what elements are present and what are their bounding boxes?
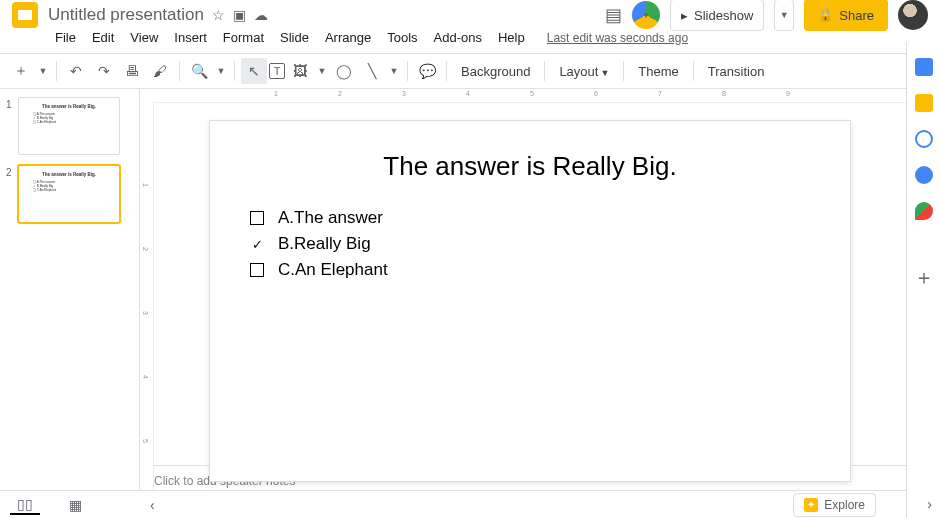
keep-icon[interactable]	[915, 94, 933, 112]
print-button[interactable]: 🖶	[119, 58, 145, 84]
menu-help[interactable]: Help	[491, 26, 532, 49]
side-panel: ＋	[906, 42, 940, 518]
explore-star-icon: ✦	[804, 498, 818, 512]
menu-file[interactable]: File	[48, 26, 83, 49]
comments-icon[interactable]: ▤	[605, 4, 622, 26]
option-label: C.An Elephant	[278, 260, 388, 280]
image-dropdown[interactable]: ▼	[315, 58, 329, 84]
redo-button[interactable]: ↷	[91, 58, 117, 84]
checkbox-empty-icon	[250, 263, 264, 277]
thumb-title: The answer is Really Big.	[27, 172, 111, 177]
checkmark-icon: ✓	[250, 237, 264, 251]
slides-logo-icon[interactable]	[12, 2, 38, 28]
menu-slide[interactable]: Slide	[273, 26, 316, 49]
zoom-button[interactable]: 🔍	[186, 58, 212, 84]
add-addon-icon[interactable]: ＋	[915, 268, 933, 286]
calendar-icon[interactable]	[915, 58, 933, 76]
canvas-area: 1 2 3 4 5 6 7 8 9 1 2 3 4 5 The answer i…	[140, 89, 940, 493]
menu-format[interactable]: Format	[216, 26, 271, 49]
slide-thumbnail-2[interactable]: The answer is Really Big. ❏ A.The answer…	[18, 165, 120, 223]
paint-format-button[interactable]: 🖌	[147, 58, 173, 84]
theme-button[interactable]: Theme	[630, 64, 686, 79]
lock-icon: 🔒	[818, 8, 833, 22]
share-label: Share	[839, 8, 874, 23]
image-tool[interactable]: 🖼	[287, 58, 313, 84]
slideshow-dropdown-button[interactable]: ▼	[774, 0, 794, 31]
thumb-list: ❏ A.The answer ✓ B.Really Big ❏ C.An Ele…	[27, 112, 111, 125]
slide-title[interactable]: The answer is Really Big.	[240, 151, 820, 182]
comment-button[interactable]: 💬	[414, 58, 440, 84]
meet-button[interactable]: ▼	[632, 1, 660, 29]
background-button[interactable]: Background	[453, 64, 538, 79]
explore-button[interactable]: ✦ Explore	[793, 493, 876, 517]
menu-view[interactable]: View	[123, 26, 165, 49]
thumbnail-row[interactable]: 2 The answer is Really Big. ❏ A.The answ…	[6, 165, 133, 223]
menu-arrange[interactable]: Arrange	[318, 26, 378, 49]
toolbar: ＋ ▼ ↶ ↷ 🖶 🖌 🔍 ▼ ↖ T 🖼 ▼ ◯ ╲ ▼ 💬 Backgrou…	[0, 53, 940, 89]
slide-thumbnail-1[interactable]: The answer is Really Big. ❏ A.The answer…	[18, 97, 120, 155]
last-edit-link[interactable]: Last edit was seconds ago	[540, 27, 695, 49]
menu-edit[interactable]: Edit	[85, 26, 121, 49]
title-bar: Untitled presentation ☆ ▣ ☁ ▤ ▼ ▸ Slides…	[0, 0, 940, 24]
separator	[446, 61, 447, 81]
list-item[interactable]: A.The answer	[250, 208, 820, 228]
move-icon[interactable]: ▣	[233, 7, 246, 23]
thumb-list: ❏ A.The answer ✓ B.Really Big ❏ C.An Ele…	[27, 180, 111, 193]
separator	[693, 61, 694, 81]
select-tool[interactable]: ↖	[241, 58, 267, 84]
undo-button[interactable]: ↶	[63, 58, 89, 84]
menu-tools[interactable]: Tools	[380, 26, 424, 49]
shape-tool[interactable]: ◯	[331, 58, 357, 84]
list-item[interactable]: C.An Elephant	[250, 260, 820, 280]
explore-label: Explore	[824, 498, 865, 512]
cloud-icon[interactable]: ☁	[254, 7, 268, 23]
separator	[623, 61, 624, 81]
document-title[interactable]: Untitled presentation	[48, 5, 204, 25]
textbox-tool[interactable]: T	[269, 63, 285, 79]
ruler-horizontal: 1 2 3 4 5 6 7 8 9	[154, 89, 940, 103]
separator	[179, 61, 180, 81]
avatar[interactable]	[898, 0, 928, 30]
line-dropdown[interactable]: ▼	[387, 58, 401, 84]
ruler-vertical: 1 2 3 4 5	[140, 103, 154, 493]
slide-options-list[interactable]: A.The answer ✓ B.Really Big C.An Elephan…	[240, 208, 820, 280]
layout-label: Layout	[559, 64, 598, 79]
bottom-bar: ▯▯ ▦ ‹ ✦ Explore	[0, 490, 906, 518]
layout-button[interactable]: Layout▼	[551, 64, 617, 79]
separator	[407, 61, 408, 81]
thumb-number: 2	[6, 165, 14, 223]
contacts-icon[interactable]	[915, 166, 933, 184]
checkbox-empty-icon	[250, 211, 264, 225]
maps-icon[interactable]	[915, 202, 933, 220]
separator	[544, 61, 545, 81]
play-icon: ▸	[681, 8, 688, 23]
tasks-icon[interactable]	[915, 130, 933, 148]
new-slide-button[interactable]: ＋	[8, 58, 34, 84]
collapse-filmstrip-button[interactable]: ‹	[150, 497, 155, 513]
line-tool[interactable]: ╲	[359, 58, 385, 84]
transition-button[interactable]: Transition	[700, 64, 773, 79]
option-label: B.Really Big	[278, 234, 371, 254]
zoom-dropdown[interactable]: ▼	[214, 58, 228, 84]
list-item[interactable]: ✓ B.Really Big	[250, 234, 820, 254]
star-icon[interactable]: ☆	[212, 7, 225, 23]
thumbnail-row[interactable]: 1 The answer is Really Big. ❏ A.The answ…	[6, 97, 133, 155]
grid-view-button[interactable]: ▦	[60, 495, 90, 515]
collapse-sidepanel-button[interactable]: ›	[927, 496, 932, 512]
slideshow-label: Slideshow	[694, 8, 753, 23]
thumb-number: 1	[6, 97, 14, 155]
slide-filmstrip[interactable]: 1 The answer is Really Big. ❏ A.The answ…	[0, 89, 140, 493]
share-button[interactable]: 🔒 Share	[804, 0, 888, 31]
filmstrip-view-button[interactable]: ▯▯	[10, 495, 40, 515]
new-slide-dropdown[interactable]: ▼	[36, 58, 50, 84]
separator	[56, 61, 57, 81]
workspace: 1 The answer is Really Big. ❏ A.The answ…	[0, 89, 940, 493]
thumb-title: The answer is Really Big.	[27, 104, 111, 109]
option-label: A.The answer	[278, 208, 383, 228]
canvas-inner[interactable]: The answer is Really Big. A.The answer ✓…	[154, 103, 940, 465]
separator	[234, 61, 235, 81]
menu-addons[interactable]: Add-ons	[427, 26, 489, 49]
menu-insert[interactable]: Insert	[167, 26, 214, 49]
slide-canvas[interactable]: The answer is Really Big. A.The answer ✓…	[210, 121, 850, 481]
